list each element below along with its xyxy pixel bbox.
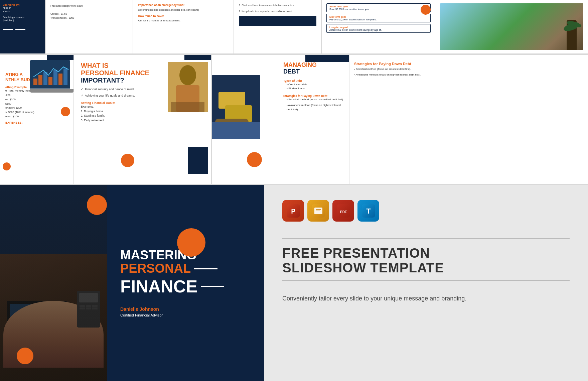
top-row: Spending by: Apps or sheets Prioritizing… <box>0 0 588 53</box>
text-svg: T <box>362 204 375 218</box>
slide-top-2: Freelance design-work: $500 Utilities - … <box>46 0 133 53</box>
budget-orange-circle2 <box>3 162 11 170</box>
main-orange-circle-top <box>87 195 107 215</box>
middle-row: ATING A NTHLY BUDGET etting Example 0 (T… <box>0 55 588 184</box>
debt-types-label: Types of Debt <box>283 79 344 83</box>
slide3-subheading: How much to save: <box>138 14 229 18</box>
slide1-note: Prioritizing expenses <box>3 16 42 19</box>
panel-title-line2: SLIDESHOW TEMPLATE <box>282 260 570 275</box>
right-info-panel: P <box>264 185 588 381</box>
chart-svg <box>30 60 70 89</box>
debt-strategies-label: Strategies for Paying Down Debt <box>283 94 344 98</box>
slide1-label: Spending by: <box>3 3 42 6</box>
slide-budget: ATING A NTHLY BUDGET etting Example 0 (T… <box>0 55 74 184</box>
debt-credit-card-photo <box>212 75 260 139</box>
slide1-items: Apps or sheets <box>3 6 42 13</box>
panel-tagline: Conveniently tailor every slide to your … <box>282 294 570 303</box>
slides-icon <box>307 200 329 222</box>
slide2-transport: Transportation - $200 <box>50 16 128 20</box>
bottom-row: MASTERING PERSONAL FINANCE Danielle John… <box>0 185 588 381</box>
slide-top-3: Importance of an emergency fund: Cover u… <box>133 0 234 53</box>
debt-title2: DEBT <box>283 69 344 75</box>
slide-top-1: Spending by: Apps or sheets Prioritizing… <box>0 0 45 53</box>
debt-type1: • Credit card debt <box>283 83 344 87</box>
main-text-area: MASTERING PERSONAL FINANCE Danielle John… <box>107 185 264 381</box>
photo-overlay <box>0 185 107 381</box>
main-orange-circle-bottom <box>17 348 33 364</box>
pdf-svg: PDF <box>337 204 350 218</box>
svg-rect-11 <box>171 102 204 112</box>
panel-divider2 <box>282 280 570 281</box>
debt-orange-circle <box>247 152 262 167</box>
person-svg <box>168 62 208 112</box>
ppt-icon: P <box>282 200 304 222</box>
svg-rect-2 <box>38 75 42 85</box>
budget-orange-circle1 <box>61 107 70 116</box>
slide-top-5: Short-term goal Save $2,000 for a vacati… <box>322 0 435 53</box>
main-author-name: Danielle Johnson <box>120 306 251 312</box>
budget-expenses-label: EXPENSES: <box>5 121 68 124</box>
svg-rect-7 <box>63 69 67 85</box>
slide-personal-finance: WHAT IS PERSONAL FINANCE IMPORTANT? ✓Fin… <box>74 55 211 184</box>
slide3-body: Cover unexpected expenses (medical bills… <box>138 8 229 12</box>
pdf-icon: PDF <box>332 200 354 222</box>
main-title-dash1 <box>194 268 217 269</box>
slide-top-6 <box>435 0 588 53</box>
svg-rect-22 <box>316 209 321 210</box>
slide2-freelance: Freelance design-work: $500 <box>50 4 128 8</box>
pf-item3: 3. Early retirement. <box>81 118 204 123</box>
svg-text:T: T <box>366 207 371 215</box>
slide-top-4: 1. Start small and increase contribution… <box>234 0 321 53</box>
debt-right-panel: MANAGING DEBT Types of Debt • Credit car… <box>279 55 349 184</box>
slide-managing-debt: MANAGING DEBT Types of Debt • Credit car… <box>212 55 349 184</box>
credit-card-svg <box>212 75 260 139</box>
pf-orange-circle <box>121 154 134 167</box>
slide1-bar1 <box>3 29 13 30</box>
svg-text:P: P <box>291 208 295 215</box>
panel-title-line1: FREE PRESENTATION <box>282 246 570 260</box>
slide1-subnote: (food, tion) <box>3 19 42 22</box>
slide-mid-partial: Strategies for Paying Down Debt • Snowba… <box>349 55 588 184</box>
partial-s2: • Avalanche method (focus on highest int… <box>354 73 583 77</box>
ppt-svg: P <box>287 204 300 218</box>
slide4-item2: 2. Keep funds in a separate, accessible … <box>239 9 316 13</box>
svg-rect-23 <box>316 211 320 211</box>
svg-rect-5 <box>53 70 57 85</box>
svg-rect-6 <box>58 74 62 85</box>
slide5-longterm: Long-term goal Achieve $1 million in ret… <box>326 24 431 33</box>
panel-divider <box>282 238 570 239</box>
main-orange-circle-big <box>177 228 205 257</box>
debt-type2: • Student loans <box>283 87 344 91</box>
svg-text:PDF: PDF <box>340 210 347 214</box>
debt-title1: MANAGING <box>283 62 344 69</box>
svg-rect-16 <box>212 122 260 139</box>
svg-point-9 <box>179 65 196 85</box>
budget-navy-rect <box>47 55 74 60</box>
slide3-heading: Importance of an emergency fund: <box>138 3 229 7</box>
partial-s1: • Snowball method (focus on smallest deb… <box>354 67 583 72</box>
app-icons-row: P <box>282 200 570 222</box>
slide3-subbody: Aim for 3-6 months of living expenses. <box>138 19 229 22</box>
slide4-navy-block <box>239 16 316 26</box>
main-title-finance: FINANCE <box>120 276 197 296</box>
svg-rect-4 <box>48 77 52 85</box>
slide5-shortterm: Short-term goal Save $2,000 for a vacati… <box>326 3 431 12</box>
laptop-base <box>30 89 74 93</box>
main-author-title: Certified Financial Advisor <box>120 313 251 317</box>
pf-item2: 2. Starting a family. <box>81 114 204 118</box>
slide1-bar2 <box>15 29 25 30</box>
slide2-utilities: Utilities - $1.50 <box>50 12 128 16</box>
pf-person-photo <box>168 62 208 112</box>
slides-svg <box>312 204 325 218</box>
debt-strategy2: • Avalanche method (focus on highest int… <box>283 103 344 112</box>
slide4-item1: 1. Start small and increase contribution… <box>239 3 316 7</box>
main-title-slide: MASTERING PERSONAL FINANCE Danielle John… <box>0 185 264 381</box>
slide5-orange-circle <box>421 5 431 15</box>
svg-rect-1 <box>33 79 37 85</box>
text-icon: T <box>357 200 379 222</box>
pf-navy-rect <box>184 55 211 60</box>
pf-navy-block <box>188 147 208 174</box>
slide5-midterm: Mid-term goal Pay off $15,000 in student… <box>326 14 431 22</box>
laptop-screen <box>30 60 70 89</box>
main-title-dash2 <box>201 286 224 287</box>
